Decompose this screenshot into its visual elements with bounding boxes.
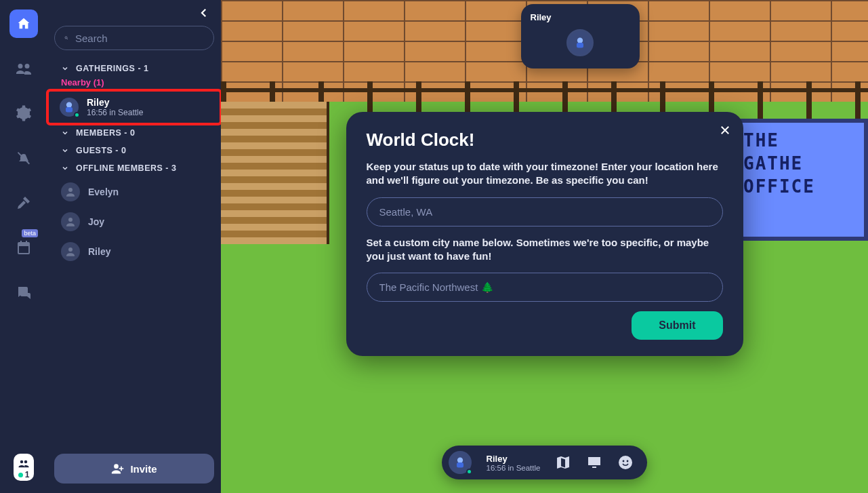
- person-icon: [64, 216, 77, 228]
- chat-nav-icon[interactable]: [9, 278, 38, 307]
- map-button[interactable]: [555, 454, 571, 471]
- search-icon: [64, 32, 68, 44]
- chevron-down-icon: [61, 129, 69, 137]
- mute-bell-nav-icon[interactable]: [9, 144, 38, 172]
- build-nav-icon[interactable]: [9, 189, 38, 217]
- modal-title: World Clock!: [367, 130, 723, 151]
- offline-member-row[interactable]: Riley: [54, 237, 214, 267]
- map-icon: [555, 454, 571, 471]
- modal-text-2: Set a custom city name below. Sometimes …: [367, 236, 723, 264]
- svg-point-1: [66, 102, 72, 108]
- screenshare-button[interactable]: [586, 454, 602, 471]
- section-offline[interactable]: OFFLINE MEMBERS - 3: [54, 159, 214, 177]
- svg-point-4: [68, 218, 73, 222]
- namecard-name: Riley: [531, 12, 630, 22]
- world-clock-modal: World Clock! Keep your status up to date…: [346, 112, 743, 356]
- avatar-offline: [61, 242, 80, 261]
- chevron-down-icon: [61, 164, 69, 172]
- people-nav-icon[interactable]: [9, 54, 38, 83]
- location-input[interactable]: [367, 197, 723, 226]
- person-plus-icon: [111, 462, 125, 475]
- svg-point-0: [65, 37, 67, 39]
- chevron-down-icon: [61, 146, 69, 155]
- avatar-sprite-icon: [453, 456, 467, 469]
- participants-button[interactable]: 1: [14, 454, 34, 481]
- city-name-input[interactable]: [367, 273, 723, 302]
- avatar-sprite-icon: [62, 100, 76, 114]
- invite-button[interactable]: Invite: [54, 454, 214, 484]
- search-input[interactable]: [75, 33, 204, 44]
- chevron-down-icon: [61, 64, 69, 73]
- nav-rail: beta 1: [0, 0, 47, 493]
- participants-count: 1: [25, 470, 30, 479]
- svg-point-6: [115, 464, 119, 469]
- member-name: Riley: [87, 97, 143, 108]
- chevron-left-icon: [198, 7, 210, 19]
- presence-dot-icon: [18, 473, 23, 477]
- smile-icon: [617, 454, 634, 471]
- offline-member-row[interactable]: Evelyn: [54, 177, 214, 207]
- svg-point-5: [68, 248, 73, 252]
- avatar: [566, 29, 594, 56]
- submit-button[interactable]: Submit: [632, 311, 722, 340]
- close-icon: [719, 124, 731, 136]
- settings-nav-icon[interactable]: [9, 99, 38, 127]
- svg-point-12: [623, 460, 625, 462]
- office-sign: THE GATHE OFFICE: [732, 119, 868, 241]
- calendar-nav-icon[interactable]: beta: [9, 233, 38, 262]
- modal-text-1: Keep your status up to date with your ti…: [367, 160, 723, 188]
- monitor-icon: [586, 454, 602, 471]
- section-members[interactable]: MEMBERS - 0: [54, 124, 214, 142]
- wood-stairs: [221, 102, 329, 244]
- person-icon: [64, 245, 77, 258]
- user-name-card[interactable]: Riley: [521, 4, 640, 68]
- section-guests[interactable]: GUESTS - 0: [54, 142, 214, 159]
- svg-point-13: [627, 460, 629, 462]
- nearby-label: Nearby (1): [54, 77, 214, 90]
- member-name: Evelyn: [88, 186, 119, 197]
- house-icon: [16, 16, 31, 31]
- dock-name: Riley: [487, 454, 541, 464]
- member-sub: 16:56 in Seattle: [87, 108, 143, 117]
- bottom-dock: Riley 16:56 in Seattle: [442, 446, 648, 479]
- member-name: Riley: [88, 246, 110, 257]
- avatar-offline: [61, 212, 80, 231]
- svg-point-9: [457, 458, 462, 463]
- avatar[interactable]: [449, 451, 472, 474]
- svg-point-7: [577, 38, 583, 43]
- offline-member-row[interactable]: Joy: [54, 207, 214, 237]
- search-input-wrapper[interactable]: [54, 26, 214, 50]
- member-name: Joy: [88, 216, 104, 227]
- beta-badge: beta: [22, 229, 38, 237]
- svg-rect-10: [457, 462, 463, 468]
- svg-point-11: [619, 456, 632, 469]
- presence-dot-icon: [466, 469, 472, 475]
- home-button[interactable]: [9, 9, 38, 38]
- sidebar: GATHERINGS - 1 Nearby (1) Riley 16:56 in…: [47, 0, 221, 493]
- person-icon: [64, 186, 77, 198]
- emoji-button[interactable]: [617, 454, 634, 471]
- avatar: [60, 98, 79, 117]
- svg-rect-8: [577, 43, 583, 48]
- nearby-member-row[interactable]: Riley 16:56 in Seattle: [47, 90, 221, 124]
- close-button[interactable]: [719, 124, 731, 140]
- dock-sub: 16:56 in Seattle: [487, 464, 541, 472]
- presence-dot-icon: [74, 112, 80, 118]
- collapse-sidebar-button[interactable]: [194, 4, 214, 24]
- svg-point-3: [68, 188, 73, 192]
- svg-rect-2: [66, 107, 73, 113]
- dock-user-info[interactable]: Riley 16:56 in Seattle: [487, 454, 541, 472]
- people-icon: [16, 458, 31, 470]
- world-view[interactable]: THE GATHE OFFICE Riley World Clock! Keep…: [221, 0, 868, 493]
- avatar-sprite-icon: [573, 36, 587, 50]
- avatar-offline: [61, 182, 80, 201]
- section-gatherings[interactable]: GATHERINGS - 1: [54, 60, 214, 77]
